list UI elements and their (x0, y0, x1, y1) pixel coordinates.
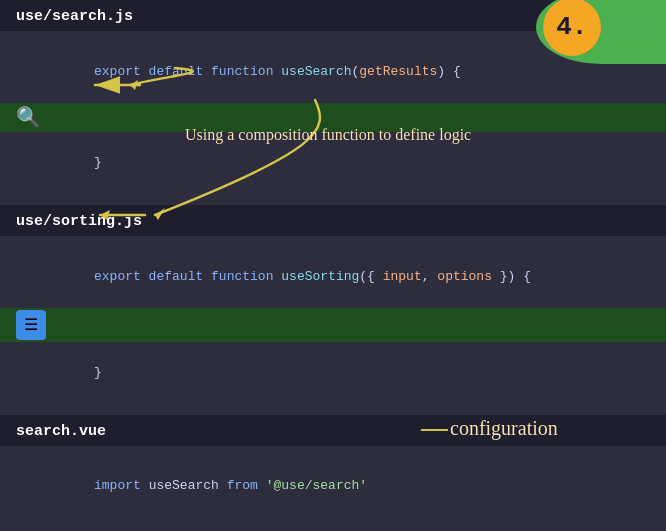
main-container: 4. Con Using a composition function to d… (0, 0, 666, 531)
list-icon: ☰ (16, 310, 46, 340)
sorting-line-close: } (16, 342, 650, 404)
search-line-close: } (16, 132, 650, 194)
badge-number: 4. (543, 0, 601, 56)
vue-import-1: import useSearch from '@use/search' (16, 456, 650, 518)
vue-import-2: import useSorting from '@use/sorting' (16, 518, 650, 531)
badge-text: Con (605, 11, 659, 43)
sorting-line-1: export default function useSorting({ inp… (16, 246, 650, 308)
sorting-file-section: use/sorting.js export default function u… (0, 205, 666, 415)
sorting-file-header: use/sorting.js (0, 205, 666, 236)
sorting-code-block: export default function useSorting({ inp… (0, 236, 666, 415)
sorting-highlight-row: ☰ (0, 308, 666, 342)
vue-code-block: import useSearch from '@use/search' impo… (0, 446, 666, 531)
vue-file-section: search.vue import useSearch from '@use/s… (0, 415, 666, 531)
magnifier-icon: 🔍 (16, 105, 41, 130)
search-highlight-row: 🔍 (0, 103, 666, 132)
vue-file-header: search.vue (0, 415, 666, 446)
